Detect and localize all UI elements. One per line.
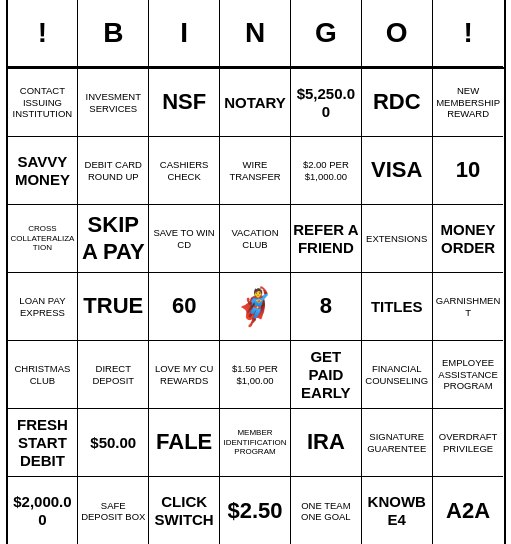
bingo-cell: OVERDRAFT PRIVILEGE xyxy=(433,409,504,477)
bingo-cell: KNOWBE4 xyxy=(362,477,433,544)
bingo-cell: VISA xyxy=(362,137,433,205)
bingo-cell: CROSS COLLATERALIZATION xyxy=(8,205,79,273)
bingo-cell: $50.00 xyxy=(78,409,149,477)
bingo-cell: CASHIERS CHECK xyxy=(149,137,220,205)
bingo-cell: 8 xyxy=(291,273,362,341)
bingo-cell: $2.50 xyxy=(220,477,291,544)
bingo-cell: FINANCIAL COUNSELING xyxy=(362,341,433,409)
bingo-cell: GARNISHMENT xyxy=(433,273,504,341)
bingo-cell: $2,000.00 xyxy=(8,477,79,544)
bingo-cell: VACATION CLUB xyxy=(220,205,291,273)
bingo-header: !BINGO! xyxy=(8,0,504,69)
bingo-cell: DEBIT CARD ROUND UP xyxy=(78,137,149,205)
bingo-cell: SAVVY MONEY xyxy=(8,137,79,205)
bingo-cell: CHRISTMAS CLUB xyxy=(8,341,79,409)
bingo-cell: LOAN PAY EXPRESS xyxy=(8,273,79,341)
bingo-cell: NSF xyxy=(149,69,220,137)
bingo-grid: CONTACT ISSUING INSTITUTIONINVESMENT SER… xyxy=(8,69,504,544)
bingo-cell: $1.50 PER $1,00.00 xyxy=(220,341,291,409)
bingo-cell: 🦸 xyxy=(220,273,291,341)
bingo-cell: SAFE DEPOSIT BOX xyxy=(78,477,149,544)
bingo-cell: MONEY ORDER xyxy=(433,205,504,273)
bingo-cell: $2.00 PER $1,000.00 xyxy=(291,137,362,205)
bingo-cell: CONTACT ISSUING INSTITUTION xyxy=(8,69,79,137)
bingo-cell: SAVE TO WIN CD xyxy=(149,205,220,273)
bingo-cell: IRA xyxy=(291,409,362,477)
header-cell: I xyxy=(149,0,220,67)
bingo-cell: EMPLOYEE ASSISTANCE PROGRAM xyxy=(433,341,504,409)
bingo-cell: 60 xyxy=(149,273,220,341)
bingo-cell: SKIP A PAY xyxy=(78,205,149,273)
bingo-cell: DIRECT DEPOSIT xyxy=(78,341,149,409)
bingo-card: !BINGO! CONTACT ISSUING INSTITUTIONINVES… xyxy=(6,0,506,544)
header-cell: N xyxy=(220,0,291,67)
header-cell: ! xyxy=(8,0,79,67)
header-cell: B xyxy=(78,0,149,67)
bingo-cell: 10 xyxy=(433,137,504,205)
bingo-cell: WIRE TRANSFER xyxy=(220,137,291,205)
bingo-cell: MEMBER IDENTIFICATION PROGRAM xyxy=(220,409,291,477)
bingo-cell: REFER A FRIEND xyxy=(291,205,362,273)
bingo-cell: NEW MEMBERSHIP REWARD xyxy=(433,69,504,137)
bingo-cell: INVESMENT SERVICES xyxy=(78,69,149,137)
header-cell: O xyxy=(362,0,433,67)
header-cell: G xyxy=(291,0,362,67)
bingo-cell: FRESH START DEBIT xyxy=(8,409,79,477)
bingo-cell: FALE xyxy=(149,409,220,477)
bingo-cell: $5,250.00 xyxy=(291,69,362,137)
bingo-cell: EXTENSIONS xyxy=(362,205,433,273)
bingo-cell: LOVE MY CU REWARDS xyxy=(149,341,220,409)
bingo-cell: GET PAID EARLY xyxy=(291,341,362,409)
bingo-cell: ONE TEAM ONE GOAL xyxy=(291,477,362,544)
bingo-cell: NOTARY xyxy=(220,69,291,137)
bingo-cell: SIGNATURE GUARENTEE xyxy=(362,409,433,477)
bingo-cell: TITLES xyxy=(362,273,433,341)
header-cell: ! xyxy=(433,0,504,67)
bingo-cell: CLICK SWITCH xyxy=(149,477,220,544)
bingo-cell: RDC xyxy=(362,69,433,137)
bingo-cell: TRUE xyxy=(78,273,149,341)
bingo-cell: A2A xyxy=(433,477,504,544)
